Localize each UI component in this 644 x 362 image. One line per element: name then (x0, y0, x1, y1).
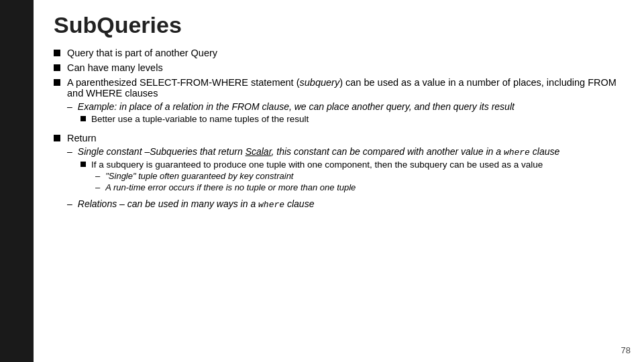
main-content: SubQueries Query that is part of another… (34, 0, 644, 362)
sub-list: – Single constant –Subqueries that retur… (54, 146, 559, 213)
text: "Single" tuple often guaranteed by key c… (105, 171, 293, 181)
sub-text: Example: in place of a relation in the F… (78, 101, 515, 112)
sub-sub-text: If a subquery is guaranteed to produce o… (91, 160, 543, 170)
text: A run-time error occurs if there is no t… (105, 182, 356, 192)
page-number: 78 (621, 345, 631, 355)
list-item: – Single constant –Subqueries that retur… (67, 146, 559, 196)
list-item: A parenthesized SELECT-FROM-WHERE statem… (54, 77, 624, 129)
list-item: Return – Single constant –Subqueries tha… (54, 133, 624, 213)
small-bullet-icon (80, 162, 86, 167)
list-item: Better use a tuple-variable to name tupl… (80, 114, 309, 124)
list-item: Can have many levels (54, 62, 624, 73)
dash-icon: – (95, 182, 100, 192)
bullet-icon (54, 64, 60, 71)
bullet-text: A parenthesized SELECT-FROM-WHERE statem… (67, 77, 624, 99)
dash-icon: – (67, 146, 72, 157)
dash-icon: – (67, 101, 72, 112)
sub-text: Single constant –Subqueries that return … (78, 146, 559, 158)
bullet-icon (54, 135, 60, 141)
bullet-text: Query that is part of another Query (67, 48, 217, 58)
list-item: Query that is part of another Query (54, 48, 624, 58)
main-bullet-list: Query that is part of another Query Can … (54, 48, 624, 213)
sub-bullet-list: If a subquery is guaranteed to produce o… (67, 160, 543, 196)
sub-sub-dash-list: – "Single" tuple often guaranteed by key… (80, 171, 356, 194)
dash-icon: – (67, 198, 72, 209)
bullet-text: Return (67, 133, 97, 143)
left-sidebar (0, 0, 34, 362)
list-item: – Relations – can be used in many ways i… (67, 198, 559, 210)
sub-bullet-list: Better use a tuple-variable to name tupl… (67, 114, 309, 126)
bullet-text: Can have many levels (67, 62, 163, 73)
list-item: If a subquery is guaranteed to produce o… (80, 160, 543, 194)
sub-text: Relations – can be used in many ways in … (78, 198, 315, 210)
list-item: – A run-time error occurs if there is no… (95, 182, 356, 192)
bullet-icon (54, 79, 60, 86)
list-item: – Example: in place of a relation in the… (67, 101, 515, 126)
sub-sub-text: Better use a tuple-variable to name tupl… (91, 114, 309, 124)
list-item: – "Single" tuple often guaranteed by key… (95, 171, 356, 181)
page-title: SubQueries (54, 12, 624, 38)
bullet-icon (54, 50, 60, 56)
small-bullet-icon (80, 116, 86, 121)
sub-list: – Example: in place of a relation in the… (54, 101, 515, 129)
dash-icon: – (95, 171, 100, 181)
